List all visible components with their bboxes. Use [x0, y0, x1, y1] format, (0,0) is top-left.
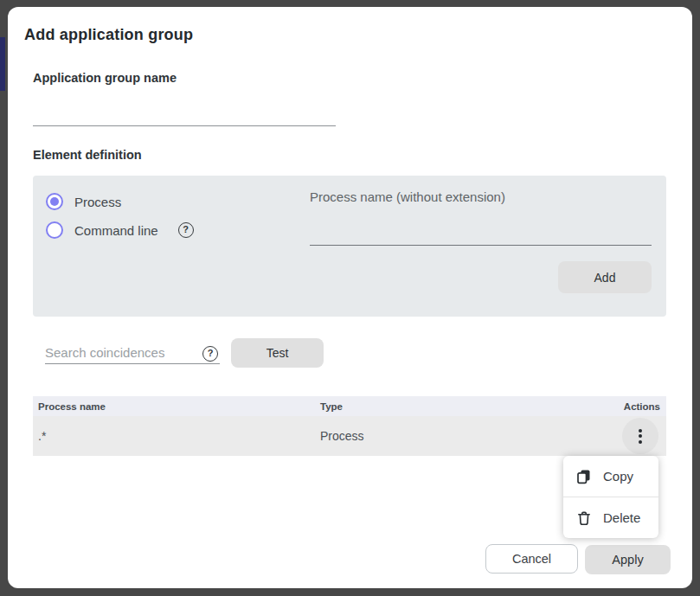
cell-process-name: .* [33, 429, 320, 443]
menu-item-delete-label: Delete [603, 510, 640, 525]
cell-type: Process [320, 429, 666, 443]
radio-process-icon[interactable] [46, 193, 63, 210]
dialog-title: Add application group [24, 26, 193, 44]
table-row: .* Process [33, 416, 666, 456]
search-coincidences-input[interactable] [45, 342, 220, 364]
row-actions-menu-button[interactable] [622, 418, 658, 454]
search-help-icon[interactable]: ? [202, 346, 218, 362]
process-name-label: Process name (without extension) [310, 189, 505, 204]
row-actions-context-menu: Copy Delete [563, 456, 658, 538]
application-group-name-label: Application group name [33, 71, 177, 85]
command-line-help-icon[interactable]: ? [178, 222, 194, 238]
coincidences-table: Process name Type Actions .* Process [33, 396, 666, 456]
process-name-input[interactable] [310, 223, 652, 246]
menu-item-copy-label: Copy [603, 469, 633, 484]
menu-item-delete[interactable]: Delete [563, 497, 658, 538]
element-definition-label: Element definition [33, 148, 142, 162]
radio-command-line-label: Command line [74, 223, 158, 238]
radio-command-line-icon[interactable] [46, 221, 63, 239]
kebab-icon [639, 429, 642, 433]
apply-button[interactable]: Apply [585, 545, 671, 574]
search-coincidences-field: ? [45, 338, 220, 373]
element-definition-panel: Process Command line ? Process name (wit… [33, 176, 666, 317]
header-actions: Actions [611, 401, 666, 412]
menu-item-copy[interactable]: Copy [563, 456, 658, 497]
add-application-group-dialog: Add application group Application group … [8, 7, 692, 588]
radio-process-label: Process [74, 195, 121, 209]
cancel-button[interactable]: Cancel [485, 544, 578, 574]
page-backdrop: { "dialog": { "title": "Add application … [0, 0, 700, 596]
radio-option-process[interactable]: Process [46, 193, 121, 210]
radio-option-command-line[interactable]: Command line ? [46, 221, 194, 239]
test-button[interactable]: Test [231, 338, 324, 368]
copy-icon [576, 469, 592, 484]
header-process-name: Process name [33, 401, 320, 412]
trash-icon [576, 510, 592, 526]
background-left-strip [0, 37, 5, 91]
add-button[interactable]: Add [558, 261, 652, 293]
table-header-row: Process name Type Actions [33, 396, 666, 416]
application-group-name-input[interactable] [33, 104, 336, 126]
header-type: Type [320, 401, 611, 412]
